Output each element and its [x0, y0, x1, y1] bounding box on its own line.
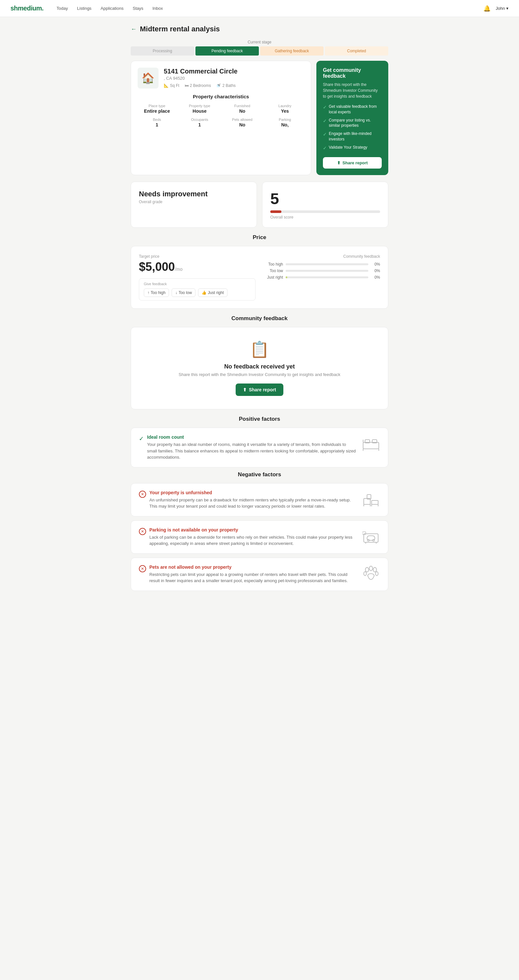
feedback-bar-fill-high	[286, 263, 287, 265]
property-name: 5141 Commercial Circle	[164, 68, 237, 75]
nav-links: Today Listings Applications Stays Inbox	[57, 6, 483, 11]
price-section: Price Target price $5,000/mo Give feedba…	[131, 234, 388, 309]
stages-bar: Processing Pending feedback Gathering fe…	[131, 46, 388, 56]
community-feedback-card: 📋 No feedback received yet Share this re…	[131, 327, 388, 409]
target-price-value: $5,000	[139, 260, 175, 274]
svg-point-19	[373, 568, 377, 572]
property-sqft: 📐 Sq Ft	[164, 83, 180, 88]
property-info: 5141 Commercial Circle , CA 94520 📐 Sq F…	[164, 68, 237, 88]
share-report-sidebar-button[interactable]: ⬆ Share report	[323, 157, 382, 169]
give-feedback-box: Give feedback ↑ Too high ↓ Too low	[139, 278, 256, 301]
community-benefits-list: ✓ Get valuable feedback from local exper…	[323, 104, 382, 151]
check-icon-0: ✓	[323, 104, 327, 111]
negative-factor-left-2: ✕ Pets are not allowed on your property …	[139, 565, 357, 584]
bed-icon-wrap	[362, 434, 380, 453]
negative-factor-1: ✕ Parking is not available on your prope…	[131, 520, 388, 554]
svg-point-18	[369, 566, 373, 571]
too-low-button[interactable]: ↓ Too low	[172, 288, 196, 297]
feedback-bar-fill-low	[286, 270, 287, 272]
no-feedback-title: No feedback received yet	[224, 363, 295, 370]
nav-inbox[interactable]: Inbox	[152, 6, 163, 11]
nav-stays[interactable]: Stays	[133, 6, 143, 11]
arrow-down-icon: ↓	[175, 290, 177, 295]
check-icon-1: ✓	[323, 118, 327, 124]
char-occupants: Occupants 1	[180, 118, 219, 127]
community-sidebar-desc: Share this report with the Shmedium Inve…	[323, 82, 382, 99]
negative-factor-0: ✕ Your property is unfurnished An unfurn…	[131, 483, 388, 517]
share-report-main-button[interactable]: ⬆ Share report	[236, 383, 283, 396]
community-sidebar-title: Get community feedback	[323, 67, 382, 79]
furniture-icon-wrap	[362, 490, 380, 508]
grade-card: Needs improvement Overall grade	[131, 181, 257, 228]
paw-icon-wrap	[362, 565, 380, 583]
char-parking: Parking No,	[266, 118, 305, 127]
community-sidebar-card: Get community feedback Share this report…	[316, 61, 388, 175]
svg-rect-13	[364, 534, 378, 542]
target-price-display: $5,000/mo	[139, 260, 256, 274]
positive-factor-desc-0: Your property has an ideal number of roo…	[147, 441, 357, 461]
no-feedback-icon: 📋	[250, 340, 269, 359]
check-icon-positive: ✓	[139, 435, 144, 442]
score-bar	[270, 210, 380, 213]
negative-factor-2: ✕ Pets are not allowed on your property …	[131, 558, 388, 591]
back-button[interactable]: ←	[131, 26, 137, 33]
no-feedback-desc: Share this report with the Shmedium Inve…	[179, 372, 341, 377]
just-right-button[interactable]: 👍 Just right	[198, 288, 228, 297]
too-high-button[interactable]: ↑ Too high	[144, 288, 169, 297]
feedback-bar-fill-right	[286, 276, 287, 278]
grade-label: Overall grade	[139, 200, 249, 204]
stage-processing[interactable]: Processing	[131, 46, 194, 56]
stage-completed[interactable]: Completed	[325, 46, 388, 56]
community-feedback-section-title: Community feedback	[131, 315, 388, 322]
price-card: Target price $5,000/mo Give feedback ↑ T…	[131, 246, 388, 309]
char-laundry: Laundry Yes	[266, 104, 305, 114]
x-icon-0: ✕	[139, 491, 146, 498]
stage-pending[interactable]: Pending feedback	[196, 46, 259, 56]
benefit-0: ✓ Get valuable feedback from local exper…	[323, 104, 382, 115]
negative-factor-title-2: Pets are not allowed on your property	[150, 565, 357, 570]
stage-label: Current stage	[131, 40, 388, 45]
page-title: Midterm rental analysis	[140, 25, 220, 33]
community-feedback-section: Community feedback 📋 No feedback receive…	[131, 315, 388, 409]
svg-point-20	[364, 572, 366, 576]
property-meta: 📐 Sq Ft 🛏 2 Bedrooms 🚿 2 Baths	[164, 83, 237, 88]
nav-right: 🔔 John ▾	[483, 5, 509, 12]
feedback-row-right: Just right 0%	[263, 275, 380, 280]
check-icon-2: ✓	[323, 131, 327, 138]
thumbs-up-icon: 👍	[202, 290, 207, 295]
logo: shmedium.	[10, 5, 43, 12]
share-icon-main: ⬆	[243, 387, 247, 392]
give-feedback-label: Give feedback	[144, 282, 251, 286]
community-feedback-title: Community feedback	[263, 254, 380, 259]
characteristics-grid: Place type Entire place Property type Ho…	[138, 104, 304, 127]
positive-factor-title-0: Ideal room count	[147, 434, 357, 440]
positive-factor-text-0: Ideal room count Your property has an id…	[147, 434, 357, 461]
nav-today[interactable]: Today	[57, 6, 68, 11]
grade-value: Needs improvement	[139, 190, 249, 198]
negative-factor-left-0: ✕ Your property is unfurnished An unfurn…	[139, 490, 357, 510]
check-icon-3: ✓	[323, 145, 327, 151]
negative-factor-desc-1: Lack of parking can be a downside for re…	[150, 534, 357, 547]
score-row: Needs improvement Overall grade 5 Overal…	[131, 181, 388, 228]
svg-point-17	[365, 568, 369, 572]
negative-factor-title-0: Your property is unfurnished	[150, 490, 357, 495]
negative-factor-desc-0: An unfurnished property can be a drawbac…	[150, 497, 357, 510]
stage-gathering[interactable]: Gathering feedback	[260, 46, 323, 56]
positive-factor-left-0: ✓ Ideal room count Your property has an …	[139, 434, 357, 461]
price-left: Target price $5,000/mo Give feedback ↑ T…	[139, 254, 256, 301]
property-icon: 🏠	[138, 68, 159, 89]
benefit-1: ✓ Compare your listing vs. similar prope…	[323, 118, 382, 129]
characteristics-title: Property characteristics	[138, 94, 304, 99]
nav-listings[interactable]: Listings	[77, 6, 92, 11]
negative-factor-desc-2: Restricting pets can limit your appeal t…	[150, 571, 357, 584]
stage-progress: Current stage Processing Pending feedbac…	[131, 40, 388, 56]
char-property-type: Property type House	[180, 104, 219, 114]
house-icon: 🏠	[142, 72, 154, 84]
price-inner: Target price $5,000/mo Give feedback ↑ T…	[139, 254, 380, 301]
nav-applications[interactable]: Applications	[101, 6, 124, 11]
target-price-label: Target price	[139, 254, 256, 259]
bell-icon[interactable]: 🔔	[483, 5, 490, 12]
main-grid: 🏠 5141 Commercial Circle , CA 94520 📐 Sq…	[131, 61, 388, 175]
x-icon-2: ✕	[139, 565, 146, 572]
user-menu[interactable]: John ▾	[496, 6, 509, 11]
